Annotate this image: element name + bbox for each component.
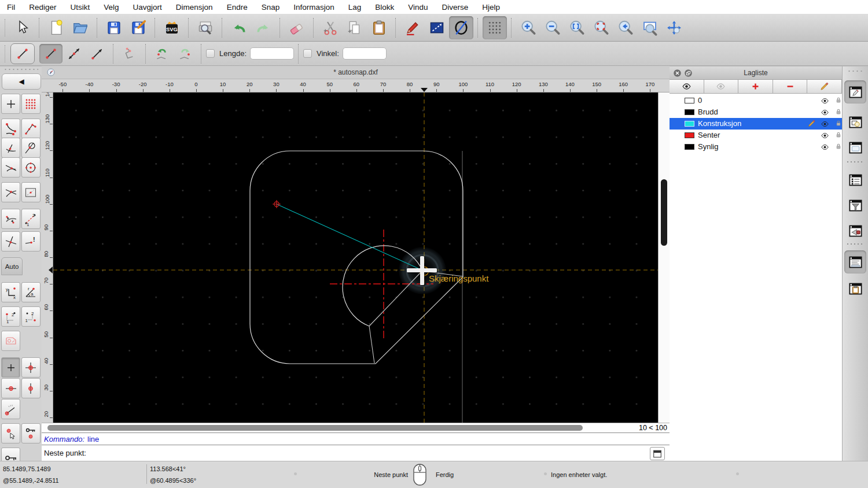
dock-library-button[interactable] — [844, 136, 866, 159]
dock-clipboard-button[interactable] — [844, 277, 866, 300]
layer-visibility-icon[interactable] — [821, 143, 830, 151]
vertical-scrollbar[interactable] — [658, 93, 670, 423]
menu-endre[interactable]: Endre — [227, 3, 248, 12]
command-prompt-row[interactable]: Neste punkt: — [42, 445, 670, 461]
snap-divide-button[interactable]: 12 — [21, 209, 41, 229]
order-12-button[interactable]: 12 — [1, 306, 20, 327]
layer-visibility-icon[interactable] — [821, 97, 830, 105]
zoom-in-button[interactable] — [516, 16, 540, 39]
snap-endpoint-button[interactable] — [1, 119, 20, 139]
snap-intersection-button[interactable] — [1, 182, 20, 202]
dock-command-button[interactable] — [844, 250, 866, 273]
menu-diverse[interactable]: Diverse — [442, 3, 469, 12]
back-button[interactable]: ◀ — [2, 73, 41, 90]
snap-distance-button[interactable] — [1, 209, 20, 229]
snap-manual-button[interactable]: ! — [21, 231, 41, 252]
dock-filter-button[interactable] — [844, 194, 866, 217]
dock-blocks-button[interactable] — [844, 110, 866, 134]
dock-grip[interactable] — [847, 70, 865, 72]
snap-nearest-button[interactable] — [1, 157, 20, 178]
paste-button[interactable] — [367, 16, 391, 39]
layer-row-senter[interactable]: Senter — [670, 130, 842, 141]
restrict-horizontal-button[interactable] — [1, 378, 20, 398]
snap-restrict-box-button[interactable] — [21, 182, 41, 202]
eraser-button[interactable] — [285, 16, 309, 39]
redo-button[interactable] — [251, 16, 275, 39]
polyline-button[interactable] — [118, 44, 141, 64]
layer-visibility-icon[interactable] — [821, 108, 830, 117]
coord-polar-button[interactable]: ra — [21, 282, 41, 302]
length-checkbox[interactable] — [206, 49, 215, 58]
menu-rediger[interactable]: Rediger — [29, 3, 56, 12]
menu-uavgjort[interactable]: Uavgjort — [133, 3, 162, 12]
eye-open-button[interactable] — [670, 80, 704, 94]
edit-layer-icon[interactable] — [807, 119, 816, 128]
layer-visibility-icon[interactable] — [821, 131, 830, 140]
menu-fil[interactable]: Fil — [7, 3, 15, 12]
lock-relative-button[interactable] — [21, 423, 41, 443]
cut-button[interactable] — [318, 16, 343, 39]
menu-vindu[interactable]: Vindu — [408, 3, 428, 12]
new-file-button[interactable] — [44, 16, 68, 39]
menu-blokk[interactable]: Blokk — [375, 3, 394, 12]
snap-perpendicular-button[interactable] — [1, 138, 20, 158]
copy-button[interactable] — [343, 16, 367, 39]
save-as-button[interactable] — [126, 16, 150, 39]
horizontal-scroll-thumb[interactable] — [47, 425, 583, 431]
snap-center-button[interactable] — [21, 157, 41, 178]
zoom-auto-button[interactable] — [565, 16, 589, 39]
layer-lock-icon[interactable] — [834, 96, 843, 105]
line-two-points-button[interactable] — [39, 44, 62, 64]
toolbar-grip[interactable] — [3, 68, 38, 71]
line-double-arrow-button[interactable] — [62, 44, 86, 64]
print-preview-button[interactable] — [193, 16, 218, 39]
cursor-button[interactable] — [10, 16, 35, 39]
angle-gauge-button[interactable] — [1, 399, 20, 419]
restrict-vertical-button[interactable] — [21, 378, 41, 398]
preview-shape-button[interactable] — [1, 331, 20, 351]
menu-hjelp[interactable]: Hjelp — [482, 3, 500, 12]
dock-tools-button[interactable] — [844, 219, 866, 242]
construction-line[interactable] — [277, 204, 422, 270]
command-detach-button[interactable] — [650, 447, 665, 460]
zoom-window-button[interactable] — [638, 16, 662, 39]
menu-lag[interactable]: Lag — [348, 3, 362, 12]
open-folder-button[interactable] — [68, 16, 93, 39]
menu-utsikt[interactable]: Utsikt — [71, 3, 90, 12]
coord-cartesian-button[interactable]: yx — [1, 282, 20, 302]
horizontal-scrollbar[interactable]: 10 < 100 — [42, 423, 670, 432]
save-button[interactable] — [102, 16, 126, 39]
layer-row-brudd[interactable]: Brudd — [670, 106, 842, 118]
layer-row-konstruksjon[interactable]: Konstruksjon — [670, 118, 842, 130]
draft-mode-button[interactable] — [449, 16, 473, 39]
menu-dimensjon[interactable]: Dimensjon — [176, 3, 213, 12]
order-21-button[interactable]: 12 — [21, 306, 41, 327]
undo-button[interactable] — [227, 16, 251, 39]
cad-canvas[interactable]: Skjæringspunkt — [53, 93, 658, 423]
menu-informasjon[interactable]: Informasjon — [293, 3, 334, 12]
zoom-previous-button[interactable] — [613, 16, 638, 39]
layer-row-0[interactable]: 0 — [670, 95, 842, 106]
toolbar-grip[interactable] — [5, 45, 6, 62]
layer-visibility-icon[interactable] — [821, 120, 830, 128]
edit-layer-button[interactable] — [807, 80, 842, 94]
chord-line[interactable] — [369, 271, 422, 326]
add-layer-button[interactable] — [738, 80, 773, 94]
redo-segment-button[interactable] — [174, 44, 197, 64]
menu-snap[interactable]: Snap — [262, 3, 280, 12]
svg-export-button[interactable]: SVG — [160, 16, 184, 39]
layer-lock-icon[interactable] — [834, 142, 843, 151]
snap-on-entity-button[interactable] — [21, 119, 41, 139]
slot-line[interactable] — [369, 326, 374, 363]
undo-segment-button[interactable] — [150, 44, 174, 64]
snap-auto-button[interactable]: Auto — [1, 257, 23, 275]
angle-checkbox[interactable] — [303, 49, 312, 58]
snap-grid-button[interactable] — [21, 94, 41, 114]
key-button[interactable] — [1, 448, 20, 461]
dock-entity-list-button[interactable] — [844, 168, 866, 191]
line-arrow-button[interactable] — [86, 44, 109, 64]
grid-toggle-button[interactable] — [483, 16, 507, 39]
eye-closed-button[interactable] — [704, 80, 739, 94]
remove-layer-button[interactable] — [773, 80, 808, 94]
snap-free-button[interactable] — [1, 94, 20, 114]
